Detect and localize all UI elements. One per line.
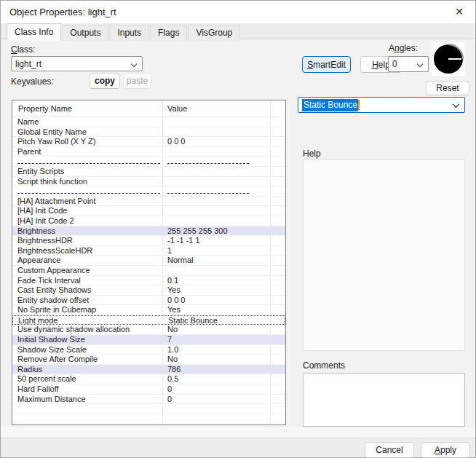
property-name bbox=[12, 414, 162, 424]
table-row[interactable]: Pitch Yaw Roll (X Y Z)0 0 0 bbox=[12, 137, 285, 147]
table-row[interactable]: [HA] Init Code bbox=[12, 206, 285, 216]
class-combobox[interactable]: light_rt bbox=[11, 56, 143, 71]
property-value: No bbox=[162, 325, 285, 334]
table-row[interactable]: Shadow Size Scale1.0 bbox=[12, 345, 285, 355]
property-name: Script think function bbox=[12, 177, 162, 186]
property-value bbox=[162, 266, 285, 275]
property-value: 1 bbox=[162, 246, 285, 256]
property-name bbox=[12, 186, 162, 196]
property-value: No bbox=[162, 355, 285, 364]
table-row[interactable]: Name bbox=[12, 117, 285, 127]
property-value bbox=[162, 177, 285, 186]
tab-inputs[interactable]: Inputs bbox=[109, 25, 149, 41]
property-name bbox=[12, 404, 162, 414]
tab-flags[interactable]: Flags bbox=[150, 25, 187, 41]
keyvalues-label: Keyvalues: bbox=[11, 76, 54, 87]
table-row[interactable]: Custom Appearance bbox=[12, 266, 285, 276]
property-value bbox=[162, 147, 285, 157]
tab-outputs[interactable]: Outputs bbox=[62, 25, 108, 41]
class-label: Class: bbox=[11, 44, 35, 55]
object-properties-dialog: Object Properties: light_rt ✕ Class Info… bbox=[0, 0, 476, 458]
table-row bbox=[12, 414, 285, 425]
table-row[interactable] bbox=[12, 157, 285, 167]
property-name: Hard Falloff bbox=[12, 384, 162, 394]
separator-line bbox=[167, 193, 249, 194]
property-name: [HA] Init Code bbox=[12, 206, 162, 216]
property-table-header: Property Name Value bbox=[12, 100, 285, 117]
property-name: Fade Tick Interval bbox=[12, 276, 162, 285]
table-row[interactable] bbox=[12, 186, 285, 197]
property-name: Entity shadow offset bbox=[12, 296, 162, 305]
close-icon[interactable]: ✕ bbox=[455, 6, 464, 17]
comments-label: Comments bbox=[303, 360, 345, 371]
apply-button[interactable]: Apply bbox=[421, 442, 470, 458]
table-row[interactable]: Entity shadow offset0 0 0 bbox=[12, 296, 285, 306]
light-mode-combobox[interactable]: Static Bounce bbox=[298, 97, 465, 113]
table-row[interactable]: Script think function bbox=[12, 177, 285, 187]
table-row[interactable]: Maximum Distance0 bbox=[12, 395, 285, 405]
property-value: 786 bbox=[162, 365, 285, 374]
smartedit-button[interactable]: SmartEdit bbox=[302, 56, 351, 73]
property-value: 0.5 bbox=[162, 374, 285, 384]
property-name bbox=[12, 157, 162, 166]
table-row[interactable]: No Sprite in CubemapYes bbox=[12, 305, 285, 315]
comments-textarea[interactable] bbox=[303, 373, 465, 427]
table-row[interactable]: [HA] Attachment Point bbox=[12, 197, 285, 207]
angle-dial[interactable] bbox=[432, 42, 465, 76]
property-name: Custom Appearance bbox=[12, 266, 162, 275]
cancel-button[interactable]: Cancel bbox=[365, 442, 414, 458]
chevron-down-icon bbox=[416, 60, 424, 70]
table-row[interactable]: BrightnessScaleHDR1 bbox=[12, 246, 285, 256]
property-name: [HA] Init Code 2 bbox=[12, 216, 162, 226]
table-row[interactable]: Fade Tick Interval0.1 bbox=[12, 276, 285, 286]
class-combobox-value: light_rt bbox=[15, 59, 41, 69]
property-name: BrightnessHDR bbox=[12, 236, 162, 245]
copy-button[interactable]: copy bbox=[90, 73, 120, 89]
property-name: Initial Shadow Size bbox=[12, 335, 162, 344]
property-value bbox=[162, 157, 285, 166]
table-row[interactable]: AppearanceNormal bbox=[12, 256, 285, 266]
property-value: Static Bounce bbox=[163, 316, 285, 325]
property-name: No Sprite in Cubemap bbox=[12, 305, 162, 315]
window-title: Object Properties: light_rt bbox=[9, 7, 116, 17]
table-row[interactable]: [HA] Init Code 2 bbox=[12, 216, 285, 226]
property-value: 0.1 bbox=[162, 276, 285, 285]
property-name: 50 percent scale bbox=[12, 374, 162, 384]
table-row[interactable]: Global Entity Name bbox=[12, 127, 285, 138]
tab-class-info[interactable]: Class Info bbox=[7, 23, 61, 41]
property-value bbox=[162, 197, 285, 206]
header-value: Value bbox=[162, 104, 187, 113]
table-row[interactable]: Remove After CompileNo bbox=[12, 355, 285, 365]
separator-line bbox=[167, 163, 249, 164]
property-name: Maximum Distance bbox=[12, 395, 162, 404]
table-row[interactable]: Light modeStatic Bounce bbox=[12, 315, 285, 325]
property-name: Pitch Yaw Roll (X Y Z) bbox=[12, 137, 162, 146]
separator-line bbox=[17, 193, 160, 194]
property-name: Entity Scripts bbox=[12, 167, 162, 176]
table-row[interactable]: Radius786 bbox=[12, 365, 285, 375]
paste-button[interactable]: paste bbox=[123, 73, 151, 89]
table-row[interactable]: Use dynamic shadow allocationNo bbox=[12, 325, 285, 335]
angles-combobox[interactable]: 0 bbox=[388, 56, 429, 72]
property-name: Brightness bbox=[12, 226, 162, 236]
tab-visgroup[interactable]: VisGroup bbox=[188, 25, 240, 41]
light-mode-combobox-value: Static Bounce bbox=[302, 99, 358, 111]
reset-button[interactable]: Reset bbox=[426, 81, 469, 95]
tab-bar: Class InfoOutputsInputsFlagsVisGroup bbox=[7, 25, 241, 41]
property-name: Radius bbox=[12, 365, 162, 374]
property-name: Global Entity Name bbox=[12, 127, 162, 137]
table-row[interactable]: Initial Shadow Size7 bbox=[12, 335, 285, 345]
table-row[interactable]: Parent bbox=[12, 147, 285, 157]
table-row[interactable]: BrightnessHDR-1 -1 -1 1 bbox=[12, 236, 285, 246]
table-row[interactable]: Brightness255 255 255 300 bbox=[12, 226, 285, 237]
table-row[interactable]: Cast Entity ShadowsYes bbox=[12, 285, 285, 296]
property-value: 1.0 bbox=[162, 345, 285, 355]
separator-line bbox=[17, 163, 160, 164]
table-row[interactable]: Hard Falloff0 bbox=[12, 384, 285, 395]
table-row[interactable]: 50 percent scale0.5 bbox=[12, 374, 285, 384]
property-value bbox=[162, 206, 285, 216]
title-bar: Object Properties: light_rt ✕ bbox=[1, 1, 475, 23]
property-value bbox=[162, 414, 285, 424]
table-row[interactable]: Entity Scripts bbox=[12, 167, 285, 177]
property-value: 7 bbox=[162, 335, 285, 344]
